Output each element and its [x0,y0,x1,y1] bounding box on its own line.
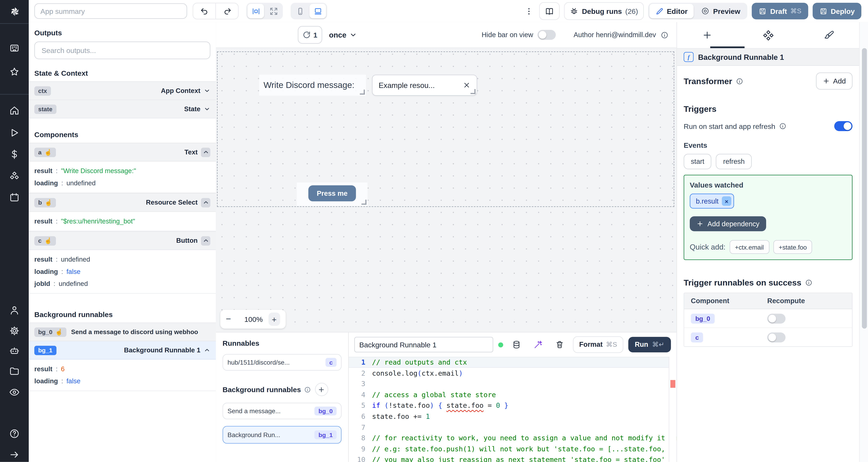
window-scrollbar[interactable] [859,22,868,462]
settings-icon[interactable] [9,325,20,336]
runnable-title-input[interactable] [354,337,494,352]
add-dependency-button[interactable]: Add dependency [690,216,766,231]
recompute-toggle-c[interactable] [767,332,786,342]
code-line-1[interactable]: 1// read outputs and ctx [349,357,677,368]
chevron-down-icon[interactable] [204,106,210,112]
run-on-start-toggle[interactable] [834,121,852,131]
user-icon[interactable] [9,305,20,316]
windmill-logo[interactable] [9,6,20,16]
undo-button[interactable] [193,3,215,19]
robot-icon[interactable] [9,345,20,356]
deploy-button[interactable]: Deploy [812,3,861,20]
app-canvas[interactable]: Write Discord message: Example resou... … [216,48,676,332]
chevron-up-icon[interactable] [204,347,210,353]
chevron-down-icon[interactable] [204,87,210,94]
info-icon [304,386,311,393]
watched-chip-b.result[interactable]: b.result× [690,194,734,208]
code-line-9[interactable]: 9// e.g: state.foo.push(1) will not work… [349,443,677,454]
eye-icon[interactable] [9,387,20,398]
code-area[interactable]: 1// read outputs and ctx2console.log(ctx… [349,357,677,462]
code-line-5[interactable]: 5if (!state.foo) { state.foo = 0 } [349,400,677,411]
play-icon[interactable] [9,127,20,138]
tab-insert[interactable] [677,30,738,40]
desktop-view-button[interactable] [309,4,326,18]
app-window-icon[interactable] [9,42,20,54]
output-id-badge: state [34,104,56,113]
debug-runs-button[interactable]: Debug runs (26) [564,2,644,20]
remove-dependency-icon[interactable]: × [722,196,732,206]
code-line-2[interactable]: 2console.log(ctx.email) [349,368,677,378]
code-line-6[interactable]: 6state.foo += 1 [349,411,677,422]
chevron-up-icon[interactable] [201,198,210,207]
frequency-dropdown[interactable]: once [329,31,357,39]
state-row-ctx[interactable]: ctxApp Context [29,81,216,100]
add-background-runnable-button[interactable] [315,383,328,396]
component-row-c[interactable]: c☝Button [29,231,216,250]
quick-add-chip[interactable]: +state.foo [773,240,812,254]
code-line-4[interactable]: 4// access a global state store [349,389,677,400]
output-id-badge: b☝ [34,198,56,207]
arrow-right-icon[interactable] [9,449,20,460]
app-summary-input[interactable] [34,3,187,19]
component-row-a[interactable]: a☝Text [29,143,216,162]
chevron-up-icon[interactable] [201,236,210,245]
align-center-button[interactable] [248,4,264,18]
tab-styling[interactable] [799,30,859,40]
kebab-menu-icon[interactable] [523,6,535,16]
run-label: Run [635,341,648,349]
cache-button[interactable] [508,340,525,349]
draft-button[interactable]: Draft ⌘S [752,3,808,20]
tab-editor[interactable]: Editor [649,4,694,18]
home-icon[interactable] [9,105,20,116]
code-line-3[interactable]: 3 [349,378,677,389]
ai-assist-button[interactable] [530,340,547,349]
code-line-10[interactable]: 10// you may also just reassign as next … [349,454,677,462]
quick-add-chip[interactable]: +ctx.email [730,240,769,254]
delete-runnable-button[interactable] [552,340,568,349]
runnable-card-bg_0[interactable]: Send a message...bg_0 [223,403,342,420]
device-toggle-group [290,3,327,20]
resize-handle[interactable] [362,200,367,205]
tab-components[interactable] [738,30,799,40]
code-line-8[interactable]: 8// for reactivity to work, you need to … [349,433,677,443]
runnable-card-c[interactable]: hub/1511/discord/se...c [223,354,342,371]
folder-icon[interactable] [9,366,20,377]
tab-preview[interactable]: Preview [695,4,746,18]
format-button[interactable]: Format ⌘S [573,336,623,353]
code-line-7[interactable]: 7 [349,422,677,433]
bg-runnable-row-bg_1[interactable]: bg_1Background Runnable 1 [29,341,216,360]
press-me-button[interactable]: Press me [308,185,356,201]
run-button[interactable]: Run ⌘↵ [628,337,671,352]
zoom-in-button[interactable]: + [268,312,280,326]
zoom-out-button[interactable]: − [226,314,231,324]
bg-runnable-row-bg_0[interactable]: bg_0☝Send a message to discord using web… [29,323,216,341]
code-scrollbar[interactable] [669,357,677,462]
calendar-icon[interactable] [9,192,20,203]
star-icon[interactable] [9,66,20,77]
resource-select-component[interactable]: Example resou... [372,75,477,96]
fullscreen-button[interactable] [265,4,282,18]
dollar-icon[interactable] [9,149,20,160]
redo-button[interactable] [215,3,238,19]
chevron-up-icon[interactable] [201,147,210,157]
runnable-card-bg_1[interactable]: Background Run...bg_1 [223,426,342,443]
state-context-list: ctxApp ContextstateState [29,81,216,119]
desktop-icon [313,6,322,16]
state-row-state[interactable]: stateState [29,100,216,119]
windmill-app-editor: Debug runs (26) Editor Preview Draft ⌘S [0,0,868,462]
text-component[interactable]: Write Discord message: [259,75,366,96]
refresh-count-button[interactable]: 1 [298,26,322,43]
resize-handle[interactable] [360,90,365,95]
resize-handle[interactable] [471,89,475,94]
runnables-title: Runnables [223,339,342,348]
boxes-icon[interactable] [9,170,20,182]
scrollbar-thumb[interactable] [862,48,867,329]
recompute-toggle-bg_0[interactable] [767,314,786,324]
help-icon[interactable] [9,428,20,439]
component-row-b[interactable]: b☝Resource Select [29,193,216,212]
docs-button[interactable] [539,2,560,20]
mobile-view-button[interactable] [292,4,308,18]
hide-bar-toggle[interactable] [538,30,556,40]
add-transformer-button[interactable]: Add [816,72,852,90]
search-outputs-input[interactable] [40,45,204,55]
